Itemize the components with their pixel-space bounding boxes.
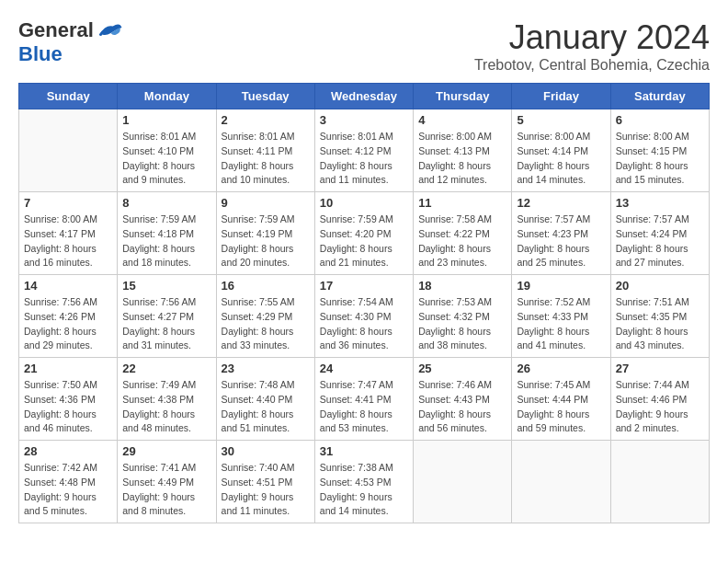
day-number: 6 [616, 113, 704, 127]
day-number: 13 [616, 196, 704, 210]
day-number: 1 [122, 113, 210, 127]
day-info: Sunrise: 7:59 AM Sunset: 4:19 PM Dayligh… [222, 213, 310, 270]
calendar-cell: 27Sunrise: 7:44 AM Sunset: 4:46 PM Dayli… [610, 358, 709, 441]
day-info: Sunrise: 7:47 AM Sunset: 4:41 PM Dayligh… [320, 378, 408, 436]
day-number: 7 [24, 196, 112, 210]
logo: General Blue [18, 18, 123, 66]
calendar-table: SundayMondayTuesdayWednesdayThursdayFrid… [18, 83, 710, 523]
day-info: Sunrise: 7:56 AM Sunset: 4:27 PM Dayligh… [122, 295, 210, 353]
day-number: 3 [320, 113, 408, 127]
day-info: Sunrise: 8:01 AM Sunset: 4:11 PM Dayligh… [222, 130, 310, 188]
day-number: 29 [122, 444, 210, 458]
day-info: Sunrise: 7:57 AM Sunset: 4:24 PM Dayligh… [616, 213, 704, 270]
calendar-cell: 3Sunrise: 8:01 AM Sunset: 4:12 PM Daylig… [314, 109, 413, 192]
logo-bird-icon [96, 20, 123, 40]
calendar-cell: 20Sunrise: 7:51 AM Sunset: 4:35 PM Dayli… [610, 275, 709, 358]
day-number: 12 [517, 196, 605, 210]
logo-blue-text: Blue [18, 42, 63, 66]
calendar-day-header: Sunday [19, 84, 118, 109]
day-number: 28 [24, 444, 112, 458]
calendar-cell: 31Sunrise: 7:38 AM Sunset: 4:53 PM Dayli… [314, 441, 413, 523]
day-info: Sunrise: 8:01 AM Sunset: 4:12 PM Dayligh… [320, 130, 408, 188]
calendar-cell: 21Sunrise: 7:50 AM Sunset: 4:36 PM Dayli… [19, 358, 118, 441]
calendar-cell: 6Sunrise: 8:00 AM Sunset: 4:15 PM Daylig… [610, 109, 709, 192]
day-number: 2 [222, 113, 310, 127]
day-number: 24 [320, 362, 408, 375]
day-info: Sunrise: 7:55 AM Sunset: 4:29 PM Dayligh… [222, 295, 310, 353]
day-number: 10 [320, 196, 408, 210]
page-header: General Blue January 2024 Trebotov, Cent… [18, 18, 710, 74]
calendar-cell: 8Sunrise: 7:59 AM Sunset: 4:18 PM Daylig… [118, 192, 216, 275]
title-section: January 2024 Trebotov, Central Bohemia, … [474, 18, 710, 74]
calendar-cell: 18Sunrise: 7:53 AM Sunset: 4:32 PM Dayli… [414, 275, 512, 358]
day-info: Sunrise: 8:00 AM Sunset: 4:17 PM Dayligh… [24, 213, 112, 270]
day-info: Sunrise: 7:45 AM Sunset: 4:44 PM Dayligh… [517, 378, 605, 436]
calendar-cell [414, 441, 512, 523]
day-number: 17 [320, 279, 408, 293]
calendar-cell: 11Sunrise: 7:58 AM Sunset: 4:22 PM Dayli… [414, 192, 512, 275]
calendar-cell: 24Sunrise: 7:47 AM Sunset: 4:41 PM Dayli… [314, 358, 413, 441]
day-info: Sunrise: 7:51 AM Sunset: 4:35 PM Dayligh… [616, 295, 704, 353]
calendar-cell: 23Sunrise: 7:48 AM Sunset: 4:40 PM Dayli… [216, 358, 314, 441]
day-info: Sunrise: 8:00 AM Sunset: 4:14 PM Dayligh… [517, 130, 605, 188]
calendar-cell [512, 441, 610, 523]
day-number: 8 [122, 196, 210, 210]
day-info: Sunrise: 8:00 AM Sunset: 4:13 PM Dayligh… [418, 130, 506, 188]
day-number: 15 [122, 279, 210, 293]
calendar-day-header: Saturday [610, 84, 709, 109]
location-title: Trebotov, Central Bohemia, Czechia [474, 57, 710, 74]
calendar-cell: 4Sunrise: 8:00 AM Sunset: 4:13 PM Daylig… [414, 109, 512, 192]
day-number: 23 [222, 362, 310, 375]
day-info: Sunrise: 7:59 AM Sunset: 4:18 PM Dayligh… [122, 213, 210, 270]
day-info: Sunrise: 7:44 AM Sunset: 4:46 PM Dayligh… [616, 378, 704, 436]
day-number: 4 [418, 113, 506, 127]
calendar-week-row: 1Sunrise: 8:01 AM Sunset: 4:10 PM Daylig… [19, 109, 710, 192]
calendar-cell: 9Sunrise: 7:59 AM Sunset: 4:19 PM Daylig… [216, 192, 314, 275]
calendar-week-row: 7Sunrise: 8:00 AM Sunset: 4:17 PM Daylig… [19, 192, 710, 275]
day-info: Sunrise: 7:48 AM Sunset: 4:40 PM Dayligh… [222, 378, 310, 436]
day-number: 25 [418, 362, 506, 375]
calendar-cell: 13Sunrise: 7:57 AM Sunset: 4:24 PM Dayli… [610, 192, 709, 275]
calendar-cell: 19Sunrise: 7:52 AM Sunset: 4:33 PM Dayli… [512, 275, 610, 358]
day-info: Sunrise: 7:58 AM Sunset: 4:22 PM Dayligh… [418, 213, 506, 270]
calendar-cell: 5Sunrise: 8:00 AM Sunset: 4:14 PM Daylig… [512, 109, 610, 192]
day-number: 27 [616, 362, 704, 375]
calendar-cell: 12Sunrise: 7:57 AM Sunset: 4:23 PM Dayli… [512, 192, 610, 275]
calendar-week-row: 21Sunrise: 7:50 AM Sunset: 4:36 PM Dayli… [19, 358, 710, 441]
calendar-cell: 2Sunrise: 8:01 AM Sunset: 4:11 PM Daylig… [216, 109, 314, 192]
calendar-cell [19, 109, 118, 192]
day-info: Sunrise: 7:41 AM Sunset: 4:49 PM Dayligh… [122, 461, 210, 519]
calendar-day-header: Tuesday [216, 84, 314, 109]
day-number: 9 [222, 196, 310, 210]
month-title: January 2024 [474, 18, 710, 57]
day-info: Sunrise: 7:59 AM Sunset: 4:20 PM Dayligh… [320, 213, 408, 270]
calendar-header-row: SundayMondayTuesdayWednesdayThursdayFrid… [19, 84, 710, 109]
day-number: 5 [517, 113, 605, 127]
calendar-cell: 7Sunrise: 8:00 AM Sunset: 4:17 PM Daylig… [19, 192, 118, 275]
calendar-cell: 22Sunrise: 7:49 AM Sunset: 4:38 PM Dayli… [118, 358, 216, 441]
day-number: 16 [222, 279, 310, 293]
calendar-cell: 1Sunrise: 8:01 AM Sunset: 4:10 PM Daylig… [118, 109, 216, 192]
calendar-week-row: 14Sunrise: 7:56 AM Sunset: 4:26 PM Dayli… [19, 275, 710, 358]
calendar-day-header: Wednesday [314, 84, 413, 109]
day-info: Sunrise: 7:53 AM Sunset: 4:32 PM Dayligh… [418, 295, 506, 353]
calendar-cell: 14Sunrise: 7:56 AM Sunset: 4:26 PM Dayli… [19, 275, 118, 358]
day-info: Sunrise: 7:56 AM Sunset: 4:26 PM Dayligh… [24, 295, 112, 353]
day-info: Sunrise: 7:52 AM Sunset: 4:33 PM Dayligh… [517, 295, 605, 353]
calendar-cell [610, 441, 709, 523]
day-number: 19 [517, 279, 605, 293]
calendar-cell: 30Sunrise: 7:40 AM Sunset: 4:51 PM Dayli… [216, 441, 314, 523]
day-info: Sunrise: 7:40 AM Sunset: 4:51 PM Dayligh… [222, 461, 310, 519]
day-number: 26 [517, 362, 605, 375]
day-info: Sunrise: 7:38 AM Sunset: 4:53 PM Dayligh… [320, 461, 408, 519]
day-number: 31 [320, 444, 408, 458]
calendar-cell: 15Sunrise: 7:56 AM Sunset: 4:27 PM Dayli… [118, 275, 216, 358]
day-number: 11 [418, 196, 506, 210]
day-info: Sunrise: 7:54 AM Sunset: 4:30 PM Dayligh… [320, 295, 408, 353]
calendar-cell: 28Sunrise: 7:42 AM Sunset: 4:48 PM Dayli… [19, 441, 118, 523]
day-info: Sunrise: 7:57 AM Sunset: 4:23 PM Dayligh… [517, 213, 605, 270]
day-number: 22 [122, 362, 210, 375]
day-info: Sunrise: 7:42 AM Sunset: 4:48 PM Dayligh… [24, 461, 112, 519]
day-number: 18 [418, 279, 506, 293]
calendar-cell: 16Sunrise: 7:55 AM Sunset: 4:29 PM Dayli… [216, 275, 314, 358]
